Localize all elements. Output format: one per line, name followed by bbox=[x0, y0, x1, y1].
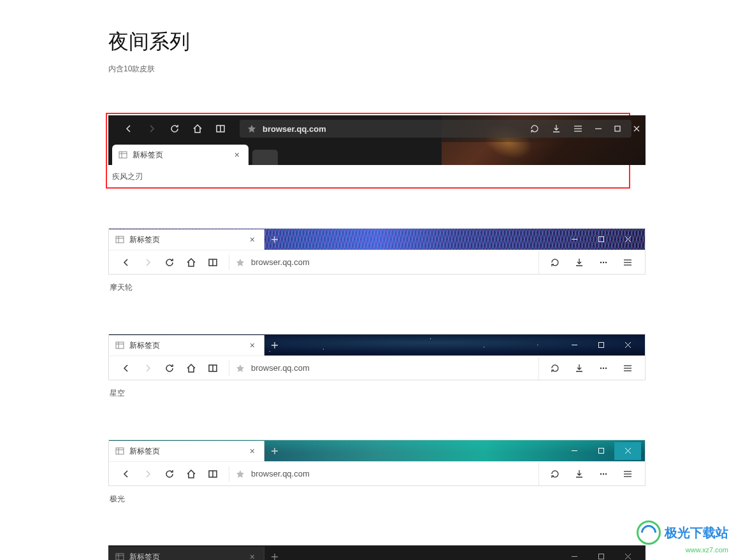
address-bar[interactable]: browser.qq.com bbox=[229, 255, 538, 270]
page-subtitle: 内含10款皮肤 bbox=[108, 64, 628, 75]
new-tab-button[interactable] bbox=[264, 441, 285, 461]
tab-bar: 新标签页 × bbox=[109, 229, 645, 250]
home-button[interactable] bbox=[180, 251, 202, 274]
download-button[interactable] bbox=[568, 463, 590, 485]
back-button[interactable] bbox=[115, 463, 137, 485]
window-controls bbox=[561, 334, 641, 355]
refresh-button[interactable] bbox=[159, 357, 180, 380]
download-button[interactable] bbox=[551, 124, 561, 134]
back-button[interactable] bbox=[115, 251, 137, 274]
home-button[interactable] bbox=[180, 357, 202, 380]
home-button[interactable] bbox=[180, 463, 202, 485]
svg-point-19 bbox=[605, 261, 607, 262]
maximize-button[interactable] bbox=[588, 442, 614, 460]
reader-button[interactable] bbox=[202, 251, 224, 274]
back-button[interactable] bbox=[117, 117, 140, 140]
theme-card[interactable]: 新标签页 × browser.qq.com bbox=[108, 440, 628, 505]
active-tab[interactable]: 新标签页 × bbox=[112, 145, 249, 165]
tab-close-icon[interactable]: × bbox=[247, 552, 257, 560]
bookmark-star-icon[interactable] bbox=[236, 258, 245, 267]
theme-card[interactable]: 新标签页 × bbox=[108, 545, 628, 560]
more-button[interactable] bbox=[593, 463, 614, 485]
menu-button[interactable] bbox=[573, 124, 583, 134]
more-button[interactable] bbox=[593, 251, 614, 274]
minimize-button[interactable] bbox=[561, 231, 588, 248]
menu-button[interactable] bbox=[617, 357, 639, 380]
reader-button[interactable] bbox=[209, 117, 232, 140]
active-tab[interactable]: 新标签页 × bbox=[109, 229, 264, 250]
theme-name: 疾风之刃 bbox=[111, 171, 629, 182]
theme-card[interactable]: 新标签页 × browser.qq.com bbox=[108, 334, 628, 399]
undo-button[interactable] bbox=[530, 124, 540, 134]
bookmark-star-icon[interactable] bbox=[236, 364, 245, 373]
svg-point-32 bbox=[605, 367, 607, 368]
theme-preview: 新标签页 × browser.qq.com bbox=[108, 440, 646, 486]
forward-button[interactable] bbox=[137, 251, 159, 274]
forward-button[interactable] bbox=[137, 357, 159, 380]
reader-button[interactable] bbox=[202, 463, 224, 485]
forward-button[interactable] bbox=[140, 117, 163, 140]
new-tab-button[interactable] bbox=[264, 229, 285, 250]
url-text: browser.qq.com bbox=[263, 124, 326, 134]
inactive-tab[interactable] bbox=[252, 150, 278, 165]
tab-close-icon[interactable]: × bbox=[247, 234, 257, 245]
watermark-logo-icon bbox=[637, 521, 661, 545]
close-button[interactable] bbox=[614, 336, 641, 354]
undo-button[interactable] bbox=[544, 251, 566, 274]
active-tab[interactable]: 新标签页 × bbox=[109, 441, 264, 461]
minimize-button[interactable] bbox=[561, 336, 588, 354]
more-button[interactable] bbox=[593, 357, 614, 380]
theme-card[interactable]: 新标签页 × browser.qq.com bbox=[108, 228, 628, 293]
address-bar[interactable]: browser.qq.com bbox=[229, 361, 538, 376]
new-tab-button[interactable] bbox=[264, 547, 285, 560]
maximize-button[interactable] bbox=[588, 336, 614, 354]
undo-button[interactable] bbox=[544, 463, 566, 485]
tab-close-icon[interactable]: × bbox=[247, 446, 257, 456]
bookmark-star-icon[interactable] bbox=[236, 470, 245, 478]
tab-grid-icon bbox=[115, 447, 124, 456]
close-button[interactable] bbox=[614, 231, 641, 248]
minimize-button[interactable] bbox=[595, 125, 602, 133]
svg-rect-6 bbox=[615, 126, 620, 131]
maximize-button[interactable] bbox=[588, 231, 614, 248]
svg-point-43 bbox=[600, 473, 602, 474]
refresh-button[interactable] bbox=[159, 251, 180, 274]
theme-preview: 新标签页 × bbox=[108, 545, 646, 560]
tab-close-icon[interactable]: × bbox=[247, 340, 257, 350]
svg-point-31 bbox=[603, 367, 604, 368]
tab-close-icon[interactable]: × bbox=[232, 150, 242, 160]
tab-bar: 新标签页 × bbox=[109, 440, 645, 461]
theme-preview: 新标签页 × browser.qq.com bbox=[108, 334, 646, 380]
svg-rect-40 bbox=[598, 449, 603, 454]
address-bar[interactable]: browser.qq.com bbox=[229, 466, 538, 482]
tab-label: 新标签页 bbox=[129, 446, 247, 457]
maximize-button[interactable] bbox=[614, 125, 621, 133]
minimize-button[interactable] bbox=[561, 442, 588, 460]
theme-preview: browser.qq.com 新标签页 × bbox=[108, 115, 646, 165]
active-tab[interactable]: 新标签页 × bbox=[109, 335, 264, 355]
back-button[interactable] bbox=[115, 357, 137, 380]
home-button[interactable] bbox=[186, 117, 209, 140]
reader-button[interactable] bbox=[202, 357, 224, 380]
tab-grid-icon bbox=[119, 150, 127, 159]
refresh-button[interactable] bbox=[163, 117, 186, 140]
tab-label: 新标签页 bbox=[133, 150, 232, 161]
maximize-button[interactable] bbox=[588, 548, 614, 561]
theme-name: 摩天轮 bbox=[108, 282, 628, 293]
new-tab-button[interactable] bbox=[264, 335, 285, 355]
theme-name: 星空 bbox=[108, 388, 628, 399]
download-button[interactable] bbox=[568, 251, 590, 274]
refresh-button[interactable] bbox=[159, 463, 180, 485]
theme-card-highlighted[interactable]: browser.qq.com 新标签页 × 疾风之刃 bbox=[106, 113, 630, 189]
close-button[interactable] bbox=[633, 125, 640, 133]
minimize-button[interactable] bbox=[561, 548, 588, 561]
undo-button[interactable] bbox=[544, 357, 566, 380]
tab-bar: 新标签页 × bbox=[108, 142, 646, 165]
bookmark-star-icon[interactable] bbox=[247, 124, 256, 133]
menu-button[interactable] bbox=[617, 251, 639, 274]
active-tab[interactable]: 新标签页 × bbox=[109, 547, 264, 560]
menu-button[interactable] bbox=[617, 463, 639, 485]
forward-button[interactable] bbox=[137, 463, 159, 485]
download-button[interactable] bbox=[568, 357, 590, 380]
close-button[interactable] bbox=[614, 442, 641, 460]
